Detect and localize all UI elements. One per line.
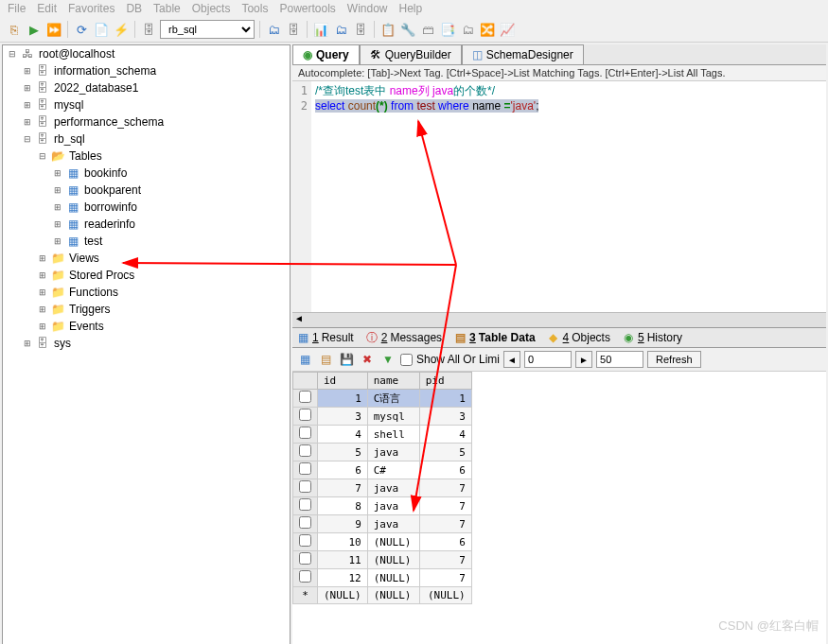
cell-name[interactable]: java [367,444,419,461]
table-row[interactable]: 7 java 7 [293,479,472,497]
cell-name[interactable]: java [367,515,419,533]
tool7-icon[interactable]: 🔧 [399,21,416,38]
sql-editor[interactable]: 12 /*查询test表中 name列 java的个数*/ select cou… [292,81,826,327]
execute-icon[interactable]: ⚡ [113,21,130,38]
cell-id[interactable]: 12 [318,569,368,587]
tool10-icon[interactable]: 🗂 [459,21,476,38]
menu-table[interactable]: Table [153,2,181,15]
tree-folder-events[interactable]: ⊞📁Events [3,318,290,335]
row-checkbox[interactable] [299,552,311,565]
menu-powertools[interactable]: Powertools [279,2,335,15]
menu-db[interactable]: DB [126,2,142,15]
tree-table-borrowinfo[interactable]: ⊞▦borrowinfo [3,199,290,216]
grid-view-icon[interactable]: ▦ [296,351,313,368]
object-browser[interactable]: ⊟ 🖧 root@localhost ⊞🗄information_schema … [2,44,291,644]
cell-pid[interactable]: 1 [419,390,471,408]
cell-pid[interactable]: 4 [419,426,471,444]
rtab-result[interactable]: ▦1 Result [296,331,354,344]
db-icon[interactable]: 🗄 [140,21,157,38]
table-row[interactable]: 6 C# 6 [293,461,472,479]
tree-root[interactable]: ⊟ 🖧 root@localhost [3,45,290,62]
cell-name[interactable]: (NULL) [367,569,419,587]
row-checkbox[interactable] [299,391,311,403]
tree-db-2022-database1[interactable]: ⊞🗄2022_database1 [3,79,290,96]
table-row[interactable]: 9 java 7 [293,515,472,533]
tree-table-bookparent[interactable]: ⊞▦bookparent [3,182,290,199]
delete-row-icon[interactable]: ✖ [359,351,376,368]
cell-id[interactable]: 11 [318,551,368,569]
cell-id[interactable]: 4 [318,426,368,444]
table-row[interactable]: 10 (NULL) 6 [293,533,472,551]
tool9-icon[interactable]: 📑 [439,21,456,38]
tool6-icon[interactable]: 📋 [379,21,396,38]
new-query-icon[interactable]: 📄 [93,21,110,38]
form-view-icon[interactable]: ▤ [317,351,334,368]
tool2-icon[interactable]: 🗄 [285,21,302,38]
cell-id[interactable]: 9 [318,515,368,533]
show-all-checkbox[interactable] [400,354,413,366]
menu-file[interactable]: File [8,2,26,15]
col-id[interactable]: id [318,373,368,390]
cell-id[interactable]: 5 [318,444,368,461]
cell-pid[interactable]: 3 [419,408,471,426]
tree-db-rb-sql[interactable]: ⊟🗄rb_sql [3,131,290,148]
tool1-icon[interactable]: 🗂 [265,21,282,38]
row-checkbox[interactable] [299,409,311,421]
tab-schemadesigner[interactable]: ◫SchemaDesigner [462,44,584,64]
col-pid[interactable]: pid [419,373,471,390]
menu-favorites[interactable]: Favorites [68,2,115,15]
tree-db-sys[interactable]: ⊞🗄sys [3,335,290,352]
cell-name[interactable]: shell [367,426,419,444]
new-connection-icon[interactable]: ⎘ [6,21,23,38]
refresh-icon[interactable]: ⟳ [73,21,90,38]
cell-pid[interactable]: 7 [419,497,471,515]
cell-id[interactable]: 3 [318,408,368,426]
menu-edit[interactable]: Edit [37,2,57,15]
table-row[interactable]: 12 (NULL) 7 [293,569,472,587]
cell-pid[interactable]: 6 [419,533,471,551]
cell-name[interactable]: mysql [367,408,419,426]
table-row[interactable]: 11 (NULL) 7 [293,551,472,569]
table-row[interactable]: 5 java 5 [293,444,472,461]
tab-query[interactable]: ◉Query [292,44,360,64]
row-checkbox[interactable] [299,498,311,511]
new-row[interactable]: * (NULL) (NULL) (NULL) [293,587,472,604]
row-checkbox[interactable] [299,516,311,529]
tool12-icon[interactable]: 📈 [499,21,516,38]
table-row[interactable]: 1 C语言 1 [293,390,472,408]
menu-window[interactable]: Window [347,2,388,15]
tab-querybuilder[interactable]: 🛠QueryBuilder [360,44,462,64]
data-grid[interactable]: id name pid 1 C语言 1 3 mysql 3 4 shell 4 … [292,372,826,644]
cell-name[interactable]: (NULL) [367,533,419,551]
cell-id[interactable]: 7 [318,479,368,497]
cell-id[interactable]: 6 [318,461,368,479]
row-checkbox[interactable] [299,480,311,493]
tool8-icon[interactable]: 🗃 [419,21,436,38]
row-checkbox[interactable] [299,570,311,583]
tool3-icon[interactable]: 📊 [312,21,329,38]
tree-folder-triggers[interactable]: ⊞📁Triggers [3,301,290,318]
nav-next[interactable]: ► [575,351,592,368]
tree-folder-views[interactable]: ⊞📁Views [3,250,290,267]
tree-db-performance-schema[interactable]: ⊞🗄performance_schema [3,113,290,131]
cell-pid[interactable]: 7 [419,479,471,497]
rtab-objects[interactable]: ◆4 Objects [547,331,610,344]
chk-header[interactable] [293,373,318,390]
menu-help[interactable]: Help [399,2,423,15]
col-name[interactable]: name [367,373,419,390]
menu-tools[interactable]: Tools [241,2,268,15]
cell-pid[interactable]: 6 [419,461,471,479]
sql-code[interactable]: /*查询test表中 name列 java的个数*/ select count(… [311,81,542,327]
menu-objects[interactable]: Objects [192,2,231,15]
row-checkbox[interactable] [299,444,311,457]
limit-input[interactable] [596,351,643,368]
cell-id[interactable]: 10 [318,533,368,551]
refresh-button[interactable]: Refresh [647,351,701,368]
tool5-icon[interactable]: 🗄 [352,21,369,38]
tool4-icon[interactable]: 🗂 [332,21,349,38]
database-selector[interactable]: rb_sql [160,20,255,39]
run-icon[interactable]: ▶ [26,21,43,38]
cell-pid[interactable]: 7 [419,569,471,587]
rtab-tabledata[interactable]: ▤3 Table Data [453,331,535,344]
cell-pid[interactable]: 7 [419,551,471,569]
